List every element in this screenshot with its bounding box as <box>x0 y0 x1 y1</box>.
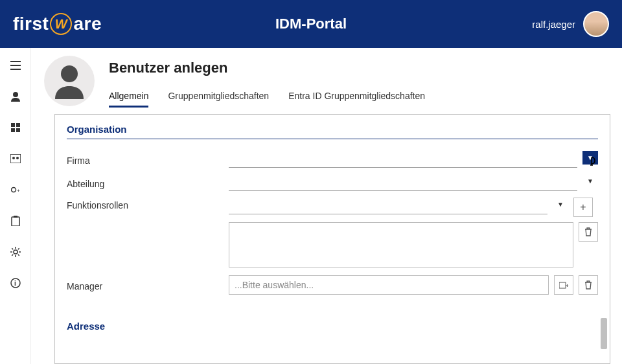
input-firma[interactable] <box>229 151 577 168</box>
tab-entra-id-gruppen[interactable]: Entra ID Gruppenmitgliedschaften <box>288 91 425 108</box>
svg-rect-1 <box>11 123 15 127</box>
row-manager: Manager <box>67 275 598 295</box>
svg-point-15 <box>61 65 78 82</box>
user-placeholder-icon <box>44 56 95 106</box>
svg-point-8 <box>11 188 16 192</box>
chevron-down-icon: ▼ <box>587 154 593 161</box>
svg-rect-4 <box>16 128 20 132</box>
left-sidebar: + i <box>0 48 31 364</box>
title-row: Benutzer anlegen Allgemein Gruppenmitgli… <box>31 48 622 108</box>
input-abteilung[interactable] <box>229 174 577 191</box>
gear-icon[interactable] <box>10 246 21 258</box>
label-manager: Manager <box>67 279 229 291</box>
browse-manager-button[interactable] <box>554 275 573 295</box>
clipboard-icon[interactable] <box>10 215 21 227</box>
svg-point-7 <box>16 157 19 159</box>
svg-point-12 <box>14 250 17 254</box>
dropdown-funktionsrollen-button[interactable]: ▼ <box>553 198 568 211</box>
svg-text:i: i <box>14 280 16 287</box>
delete-funktionsrolle-button[interactable] <box>579 222 598 242</box>
funktionsrollen-listbox[interactable] <box>229 222 573 267</box>
section-rule <box>67 139 598 139</box>
tab-bar: Allgemein Gruppenmitgliedschaften Entra … <box>109 91 604 108</box>
brand-text-last: are <box>73 14 102 34</box>
row-firma: Firma ▼ <box>67 151 598 168</box>
page-title: Benutzer anlegen <box>109 60 604 76</box>
svg-rect-16 <box>559 282 566 288</box>
header-user-block[interactable]: ralf.jaeger <box>532 11 609 37</box>
svg-rect-10 <box>12 217 19 226</box>
dropdown-abteilung-button[interactable]: ▼ <box>582 174 598 188</box>
user-icon[interactable] <box>10 91 21 102</box>
section-heading-organisation: Organisation <box>67 124 598 135</box>
trash-icon <box>584 280 593 290</box>
svg-rect-11 <box>14 216 17 218</box>
svg-rect-5 <box>10 154 21 163</box>
label-funktionsrollen: Funktionsrollen <box>67 198 229 210</box>
info-icon[interactable]: i <box>10 277 21 289</box>
app-header: first W are IDM-Portal ralf.jaeger <box>0 0 622 48</box>
add-funktionsrolle-button[interactable]: + <box>573 198 593 217</box>
label-abteilung: Abteilung <box>67 176 229 189</box>
plus-icon: + <box>580 201 586 213</box>
tab-gruppenmitgliedschaften[interactable]: Gruppenmitgliedschaften <box>168 91 269 108</box>
brand-text-first: first <box>13 14 49 34</box>
scrollbar-thumb[interactable] <box>601 318 607 349</box>
dropdown-firma-button[interactable]: ▼ <box>582 151 598 165</box>
brand-w-icon: W <box>50 13 72 35</box>
section-heading-adresse: Adresse <box>67 321 598 332</box>
input-funktionsrollen[interactable] <box>229 198 547 214</box>
app-title: IDM-Portal <box>275 16 347 32</box>
grid-icon[interactable] <box>10 122 21 133</box>
label-firma: Firma <box>67 153 229 166</box>
username-label: ralf.jaeger <box>532 19 575 30</box>
tab-allgemein[interactable]: Allgemein <box>109 91 148 108</box>
row-abteilung: Abteilung ▼ <box>67 174 598 191</box>
row-funktionsrollen: Funktionsrollen ▼ + <box>67 198 598 267</box>
gear-small-icon[interactable]: + <box>10 184 21 196</box>
content-area: Benutzer anlegen Allgemein Gruppenmitgli… <box>31 48 622 364</box>
svg-point-6 <box>12 157 15 159</box>
svg-point-0 <box>13 92 18 97</box>
chevron-down-icon: ▼ <box>587 177 593 185</box>
menu-icon[interactable] <box>10 60 21 71</box>
form-panel: Organisation Firma ▼ Abteilung ▼ <box>54 114 610 364</box>
folder-arrow-icon <box>559 281 568 289</box>
svg-text:+: + <box>17 188 20 194</box>
brand-logo: first W are <box>13 13 102 35</box>
svg-rect-3 <box>11 128 15 132</box>
avatar-icon[interactable] <box>583 11 609 37</box>
trash-icon <box>584 227 593 236</box>
input-manager[interactable] <box>229 275 549 295</box>
clear-manager-button[interactable] <box>579 275 598 295</box>
svg-rect-2 <box>16 123 20 127</box>
users-card-icon[interactable] <box>10 153 21 165</box>
chevron-down-icon: ▼ <box>557 201 564 208</box>
